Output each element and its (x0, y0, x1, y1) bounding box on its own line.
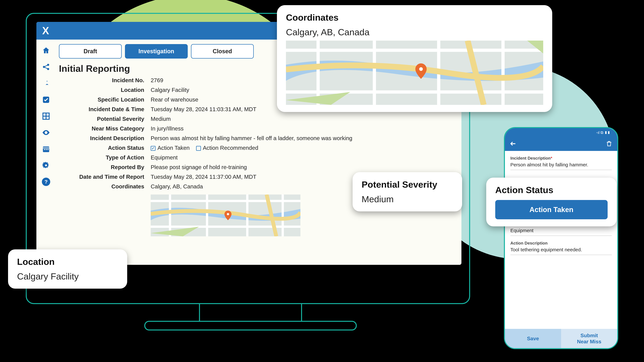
label-specific-location: Specific Location (59, 96, 144, 103)
map-large[interactable] (286, 40, 543, 105)
label-type-of-action: Type of Action (59, 154, 144, 161)
value-description: Person was almost hit by falling hammer … (151, 135, 452, 141)
phone-value-type[interactable]: Equipment (510, 228, 612, 236)
tab-closed[interactable]: Closed (191, 44, 254, 58)
calendar-icon[interactable] (42, 145, 50, 153)
label-datetime: Incident Date & Time (59, 106, 144, 112)
label-reported-by: Reported By (59, 164, 144, 170)
popup-severity-title: Potential Severity (362, 179, 453, 190)
phone-status-icons: ◦ıl ⧉ ▮▮ (596, 130, 610, 135)
phone-value-description[interactable]: Person almost hit by falling hammer. (510, 162, 612, 170)
help-icon[interactable]: ? (42, 178, 50, 186)
label-description: Incident Description (59, 135, 144, 141)
phone-status-bar: ◦ıl ⧉ ▮▮ (505, 128, 617, 137)
phone-header (505, 137, 617, 151)
popup-coordinates-value: Calgary, AB, Canada (286, 27, 543, 37)
label-action-recommended: Action Recommended (203, 145, 258, 151)
popup-severity: Potential Severity Medium (352, 172, 462, 211)
popup-action-status: Action Status Action Taken (486, 178, 617, 226)
phone-save-button[interactable]: Save (505, 329, 561, 348)
value-reported-by: Please post signage of hold re-training (151, 164, 452, 170)
back-icon[interactable] (510, 140, 516, 148)
popup-coordinates: Coordinates Calgary, AB, Canada (277, 5, 552, 112)
phone-label-action-desc: Action Description (510, 241, 612, 246)
label-location: Location (59, 87, 144, 93)
popup-severity-value: Medium (362, 194, 453, 204)
svg-rect-9 (48, 149, 48, 150)
svg-point-5 (46, 132, 47, 133)
phone-field-description: Incident Description* Person almost hit … (510, 156, 612, 170)
phone-value-action-desc[interactable]: Tool tethering equipment needed. (510, 247, 612, 255)
trash-icon[interactable] (606, 140, 612, 148)
svg-rect-8 (46, 149, 47, 150)
grid-icon[interactable] (42, 112, 50, 120)
sidebar: ? (36, 39, 56, 265)
popup-coordinates-title: Coordinates (286, 12, 543, 23)
phone-frame: ◦ıl ⧉ ▮▮ Incident Description* Person al… (504, 127, 618, 349)
phone-submit-button[interactable]: Submit Near Miss (561, 329, 617, 348)
svg-rect-7 (44, 149, 45, 150)
label-report-datetime: Date and Time of Report (59, 174, 144, 180)
checkbox-action-recommended[interactable] (196, 146, 201, 151)
popup-location: Location Calgary Facility (8, 249, 127, 289)
home-icon[interactable] (42, 46, 50, 55)
popup-location-value: Calgary Facility (17, 271, 118, 282)
phone-field-action-desc: Action Description Tool tethering equipm… (510, 241, 612, 255)
label-category: Near Miss Category (59, 125, 144, 132)
gear-icon[interactable] (42, 161, 50, 170)
checkbox-icon[interactable] (42, 96, 50, 104)
popup-action-status-title: Action Status (495, 185, 608, 195)
tab-investigation[interactable]: Investigation (125, 44, 188, 58)
action-taken-button[interactable]: Action Taken (495, 200, 608, 219)
tab-draft[interactable]: Draft (59, 44, 122, 58)
label-severity: Potential Severity (59, 116, 144, 122)
svg-point-11 (227, 213, 229, 215)
eye-icon[interactable] (42, 128, 50, 137)
phone-action-bar: Save Submit Near Miss (505, 329, 617, 348)
label-incident-no: Incident No. (59, 77, 144, 83)
app-logo: X (42, 25, 48, 37)
popup-location-title: Location (17, 257, 118, 267)
map-thumbnail[interactable] (151, 195, 300, 236)
share-icon[interactable] (42, 63, 50, 71)
value-category: In jury/Illness (151, 125, 452, 132)
value-severity: Medium (151, 116, 452, 122)
checkbox-action-taken[interactable] (151, 146, 156, 151)
value-action-status: Action Taken Action Recommended (151, 145, 452, 151)
svg-point-13 (419, 67, 423, 71)
value-type-of-action: Equipment (151, 154, 452, 161)
label-coordinates: Coordinates (59, 183, 144, 190)
pin-icon[interactable] (42, 79, 50, 87)
label-action-taken: Action Taken (158, 145, 190, 151)
label-action-status: Action Status (59, 145, 144, 151)
phone-label-description: Incident Description (510, 156, 550, 161)
